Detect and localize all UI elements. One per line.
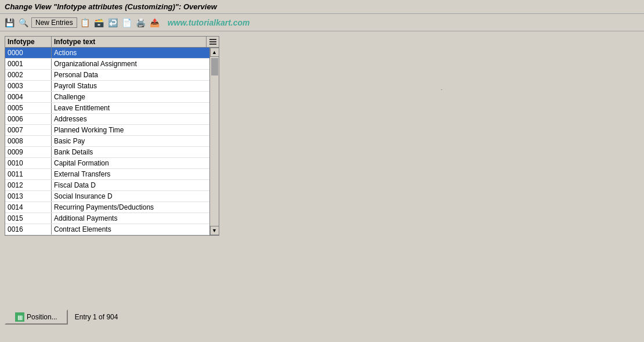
svg-rect-1 <box>209 41 216 42</box>
svg-rect-2 <box>209 44 216 45</box>
table-row[interactable]: 0002Personal Data <box>5 70 209 81</box>
cell-text: Addresses <box>52 114 209 124</box>
cell-infotype: 0013 <box>5 191 52 201</box>
dot: · <box>441 87 442 92</box>
main-content: Infotype Infotype text 0000Actions0001Or… <box>0 31 644 240</box>
cell-infotype: 0000 <box>5 48 52 58</box>
title-bar: Change View "Infotype attributes (Custom… <box>0 0 644 14</box>
table-row[interactable]: 0012Fiscal Data D <box>5 180 209 191</box>
position-btn-icon: ▦ <box>15 312 24 322</box>
entry-info: Entry 1 of 904 <box>75 313 118 321</box>
table-row[interactable]: 0003Payroll Status <box>5 81 209 92</box>
cell-infotype: 0014 <box>5 202 52 213</box>
scroll-down-button[interactable]: ▼ <box>210 226 219 235</box>
cell-infotype: 0001 <box>5 59 52 69</box>
cell-text: Capital Formation <box>52 158 209 168</box>
new-entries-button[interactable]: New Entries <box>31 17 77 28</box>
find-icon[interactable]: 🔍 <box>17 17 29 28</box>
column-settings-icon[interactable] <box>206 37 219 47</box>
table-icon[interactable]: 🗃️ <box>93 17 105 28</box>
table-row[interactable]: 0008Basic Pay <box>5 136 209 147</box>
export-icon[interactable]: 📤 <box>149 17 161 28</box>
cell-infotype: 0011 <box>5 169 52 179</box>
table-row[interactable]: 0015Additional Payments <box>5 213 209 224</box>
table-row[interactable]: 0011External Transfers <box>5 169 209 180</box>
cell-text: External Transfers <box>52 169 209 179</box>
table-row[interactable]: 0010Capital Formation <box>5 158 209 169</box>
cell-text: Actions <box>52 48 209 58</box>
cell-infotype: 0005 <box>5 103 52 113</box>
table-row[interactable]: 0013Social Insurance D <box>5 191 209 202</box>
page-title: Change View "Infotype attributes (Custom… <box>5 2 217 11</box>
header-text: Infotype text <box>52 37 206 47</box>
cell-infotype: 0010 <box>5 158 52 168</box>
cell-infotype: 0004 <box>5 92 52 102</box>
clipboard-icon[interactable]: 📄 <box>121 17 133 28</box>
cell-text: Personal Data <box>52 70 209 80</box>
cell-infotype: 0002 <box>5 70 52 80</box>
table-header: Infotype Infotype text <box>5 37 219 48</box>
cell-infotype: 0003 <box>5 81 52 91</box>
table-row[interactable]: 0000Actions <box>5 48 209 59</box>
cell-infotype: 0008 <box>5 136 52 146</box>
undo-icon[interactable]: ↩️ <box>107 17 119 28</box>
cell-text: Organizational Assignment <box>52 59 209 69</box>
print-icon[interactable]: 🖨️ <box>135 17 147 28</box>
table-row[interactable]: 0009Bank Details <box>5 147 209 158</box>
scroll-up-button[interactable]: ▲ <box>210 48 219 57</box>
cell-infotype: 0016 <box>5 224 52 235</box>
cell-text: Planned Working Time <box>52 125 209 135</box>
table-body: 0000Actions0001Organizational Assignment… <box>5 48 219 235</box>
cell-infotype: 0006 <box>5 114 52 124</box>
cell-text: Contract Elements <box>52 224 209 235</box>
cell-text: Payroll Status <box>52 81 209 91</box>
watermark: www.tutorialkart.com <box>168 18 250 27</box>
cell-text: Additional Payments <box>52 213 209 224</box>
cell-infotype: 0007 <box>5 125 52 135</box>
table-row[interactable]: 0006Addresses <box>5 114 209 125</box>
cell-text: Fiscal Data D <box>52 180 209 190</box>
cell-infotype: 0012 <box>5 180 52 190</box>
scrollbar[interactable]: ▲▼ <box>209 48 219 235</box>
bottom-bar: ▦ Position... Entry 1 of 904 <box>5 309 118 325</box>
cell-text: Leave Entitlement <box>52 103 209 113</box>
copy-icon[interactable]: 📋 <box>79 17 91 28</box>
toolbar: 💾 🔍 New Entries 📋 🗃️ ↩️ 📄 🖨️ 📤 www.tutor… <box>0 14 644 31</box>
cell-text: Social Insurance D <box>52 191 209 201</box>
position-btn-label: Position... <box>27 313 57 321</box>
scroll-thumb[interactable] <box>211 58 218 75</box>
cell-text: Basic Pay <box>52 136 209 146</box>
cell-infotype: 0009 <box>5 147 52 157</box>
table-row[interactable]: 0007Planned Working Time <box>5 125 209 136</box>
table-row[interactable]: 0004Challenge <box>5 92 209 103</box>
table-row[interactable]: 0016Contract Elements <box>5 224 209 235</box>
cell-text: Recurring Payments/Deductions <box>52 202 209 213</box>
table-row[interactable]: 0005Leave Entitlement <box>5 103 209 114</box>
header-infotype: Infotype <box>5 37 52 47</box>
svg-rect-0 <box>209 39 216 40</box>
save-icon[interactable]: 💾 <box>3 17 15 28</box>
table-container: Infotype Infotype text 0000Actions0001Or… <box>5 36 219 236</box>
table-row[interactable]: 0014Recurring Payments/Deductions <box>5 202 209 213</box>
cell-infotype: 0015 <box>5 213 52 224</box>
position-button[interactable]: ▦ Position... <box>5 309 68 325</box>
cell-text: Bank Details <box>52 147 209 157</box>
table-row[interactable]: 0001Organizational Assignment <box>5 59 209 70</box>
cell-text: Challenge <box>52 92 209 102</box>
